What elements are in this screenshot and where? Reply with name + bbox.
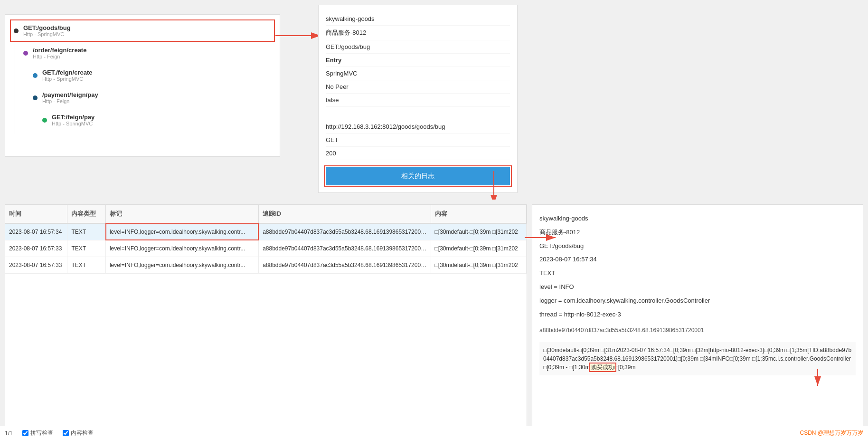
footer-brand: CSDN @理想万岁万万岁 [800,429,863,437]
log-text-post: □[0;39m [615,364,636,371]
trace-dot-1 [14,29,19,33]
related-log-button[interactable]: 相关的日志 [326,167,510,185]
col-header-content: 内容 [431,205,526,223]
log-table: 时间 内容类型 标记 追踪ID 内容 2023-08-07 16:57:34TE… [5,205,527,274]
cell-type: TEXT [67,257,106,274]
info-row-method: GET [326,134,510,147]
detail-time: 2023-08-07 16:57:34 [539,253,856,267]
info-row-endpoint: GET:/goods/bug [326,40,510,54]
detail-instance: 商品服务-8012 [539,226,856,239]
content-check-label: 内容检查 [71,429,94,437]
trace-item-4[interactable]: /payment/feign/pay Http - Feign [29,86,275,109]
trace-sub-label-2: Http - Feign [33,54,86,59]
cell-content: □[30mdefault-□[0;39m □[31m202 [431,240,526,257]
table-header-row: 时间 内容类型 标记 追踪ID 内容 [5,205,527,223]
cell-trace: a88bdde97b04407d837ac3d55a5b3248.68.1691… [259,240,431,257]
cell-tag: level=INFO,logger=com.idealhoory.skywalk… [105,240,258,257]
trace-diagram-panel: GET:/goods/bug Http - SpringMVC /order/f… [5,14,280,157]
info-row-status: 200 [326,147,510,160]
cell-time: 2023-08-07 16:57:33 [5,257,67,274]
detail-log-area: □[30mdefault-□[0;39m □[31m2023-08-07 16:… [539,342,856,375]
info-row-false: false [326,94,510,107]
cell-content: □[30mdefault-□[0;39m □[31m202 [431,223,526,240]
trace-sub-label-5: Http - SpringMVC [52,121,94,126]
cell-time: 2023-08-07 16:57:34 [5,223,67,240]
col-header-type: 内容类型 [67,205,106,223]
detail-type: TEXT [539,267,856,280]
detail-level: level = INFO [539,280,856,294]
trace-item-3[interactable]: GET./feign/create Http - SpringMVC [29,64,275,86]
trace-main-label-2: /order/feign/create [33,47,86,54]
detail-endpoint: GET:/goods/bug [539,239,856,253]
trace-dot-5 [42,118,47,123]
spell-check-label: 拼写检查 [30,429,53,437]
detail-logger: logger = com.idealhoory.skywalking.contr… [539,294,856,308]
detail-traceid: a88bdde97b04407d837ac3d55a5b3248.68.1691… [539,324,856,337]
info-row-instance: 商品服务-8012 [326,26,510,40]
bottom-section: 时间 内容类型 标记 追踪ID 内容 2023-08-07 16:57:34TE… [0,200,868,440]
detail-thread: thread = http-nio-8012-exec-3 [539,308,856,322]
trace-item-2[interactable]: /order/feign/create Http - Feign [19,42,275,64]
top-section: GET:/goods/bug Http - SpringMVC /order/f… [0,0,868,200]
trace-main-label-1: GET:/goods/bug [23,24,71,31]
info-row-entry: Entry [326,54,510,67]
footer-content-check[interactable]: 内容检查 [63,429,94,437]
cell-type: TEXT [67,223,106,240]
log-table-container[interactable]: 时间 内容类型 标记 追踪ID 内容 2023-08-07 16:57:34TE… [5,204,527,428]
table-row[interactable]: 2023-08-07 16:57:34TEXTlevel=INFO,logger… [5,223,527,240]
content-check-checkbox[interactable] [63,430,69,436]
col-header-trace: 追踪ID [259,205,431,223]
info-panel: skywalking-goods 商品服务-8012 GET:/goods/bu… [318,5,518,193]
main-container: GET:/goods/bug Http - SpringMVC /order/f… [0,0,868,440]
footer-spell-check[interactable]: 拼写检查 [22,429,53,437]
trace-dot-2 [23,51,28,56]
detail-log-text: □[30mdefault-□[0;39m □[31m2023-08-07 16:… [539,342,856,375]
trace-text-5: GET:/feign/pay Http - SpringMVC [52,114,94,126]
trace-item-5[interactable]: GET:/feign/pay Http - SpringMVC [38,109,275,131]
info-row-service: skywalking-goods [326,12,510,26]
info-button-row: 相关的日志 [326,167,510,185]
detail-panel: skywalking-goods 商品服务-8012 GET:/goods/bu… [532,204,863,428]
highlight-text: 购买成功 [590,364,615,371]
trace-main-label-3: GET./feign/create [42,69,92,76]
spell-check-checkbox[interactable] [22,430,28,436]
cell-time: 2023-08-07 16:57:33 [5,240,67,257]
info-row-nopeer: No Peer [326,80,510,94]
footer-page: 1/1 [5,430,13,437]
trace-sub-label-4: Http - Feign [42,98,98,104]
trace-dot-3 [33,73,38,78]
cell-tag: level=INFO,logger=com.idealhoory.skywalk… [105,257,258,274]
table-row[interactable]: 2023-08-07 16:57:33TEXTlevel=INFO,logger… [5,257,527,274]
info-row-springmvc: SpringMVC [326,67,510,80]
detail-service: skywalking-goods [539,212,856,226]
trace-dot-4 [33,96,38,100]
cell-tag: level=INFO,logger=com.idealhoory.skywalk… [105,223,258,240]
info-row-url: http://192.168.3.162:8012/goods/goods/bu… [326,120,510,134]
cell-trace: a88bdde97b04407d837ac3d55a5b3248.68.1691… [259,223,431,240]
cell-content: □[30mdefault-□[0;39m □[31m202 [431,257,526,274]
trace-vline [15,29,15,134]
trace-main-label-4: /payment/feign/pay [42,91,98,98]
entry-label: Entry [326,57,341,64]
trace-text-4: /payment/feign/pay Http - Feign [42,91,98,104]
trace-main-label-5: GET:/feign/pay [52,114,94,121]
trace-text-1: GET:/goods/bug Http - SpringMVC [23,24,71,37]
cell-type: TEXT [67,240,106,257]
trace-sub-label-3: Http - SpringMVC [42,76,92,82]
trace-text-2: /order/feign/create Http - Feign [33,47,86,59]
col-header-tag: 标记 [105,205,258,223]
footer-bar: 1/1 拼写检查 内容检查 CSDN @理想万岁万万岁 [0,426,868,440]
trace-text-3: GET./feign/create Http - SpringMVC [42,69,92,82]
info-row-empty [326,107,510,120]
cell-trace: a88bdde97b04407d837ac3d55a5b3248.68.1691… [259,257,431,274]
trace-sub-label-1: Http - SpringMVC [23,31,71,37]
log-text-pre: □[30mdefault-□[0;39m □[31m2023-08-07 16:… [543,347,851,371]
trace-item-1[interactable]: GET:/goods/bug Http - SpringMVC [10,19,275,42]
table-row[interactable]: 2023-08-07 16:57:33TEXTlevel=INFO,logger… [5,240,527,257]
col-header-time: 时间 [5,205,67,223]
